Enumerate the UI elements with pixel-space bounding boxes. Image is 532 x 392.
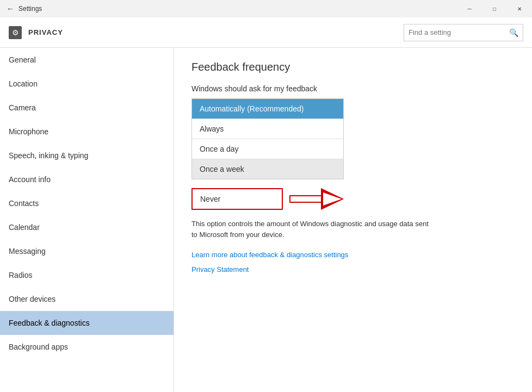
titlebar-title: Settings bbox=[18, 5, 42, 13]
titlebar-left: ← Settings bbox=[7, 4, 42, 13]
sidebar-item-feedback[interactable]: Feedback & diagnostics bbox=[0, 311, 174, 335]
app-header: ⚙ PRIVACY 🔍 bbox=[0, 17, 532, 48]
sidebar-item-backgroundapps[interactable]: Background apps bbox=[0, 335, 174, 359]
search-box[interactable]: 🔍 bbox=[404, 24, 523, 41]
search-icon: 🔍 bbox=[509, 28, 518, 37]
app-title: PRIVACY bbox=[28, 28, 397, 36]
frequency-dropdown: Automatically (Recommended) Always Once … bbox=[191, 98, 344, 179]
description-text: This option controls the amount of Windo… bbox=[191, 219, 431, 240]
sidebar-item-camera[interactable]: Camera bbox=[0, 96, 174, 120]
red-arrow-svg bbox=[289, 188, 344, 210]
maximize-button[interactable]: □ bbox=[482, 0, 507, 17]
close-button[interactable]: ✕ bbox=[507, 0, 532, 17]
never-row: Never bbox=[191, 188, 344, 210]
sidebar-item-speech[interactable]: Speech, inking & typing bbox=[0, 144, 174, 167]
main-content: Feedback frequency Windows should ask fo… bbox=[174, 48, 532, 392]
section-label: Windows should ask for my feedback bbox=[191, 84, 515, 93]
option-automatically[interactable]: Automatically (Recommended) bbox=[192, 99, 343, 119]
page-title: Feedback frequency bbox=[191, 61, 515, 73]
app-icon: ⚙ bbox=[9, 26, 22, 39]
sidebar: General Location Camera Microphone Speec… bbox=[0, 48, 174, 392]
never-row-container: Never bbox=[191, 188, 344, 210]
svg-rect-2 bbox=[290, 196, 321, 202]
titlebar-controls: ─ □ ✕ bbox=[457, 0, 532, 17]
learn-more-link[interactable]: Learn more about feedback & diagnostics … bbox=[191, 251, 515, 259]
back-icon[interactable]: ← bbox=[7, 4, 14, 13]
option-never[interactable]: Never bbox=[191, 188, 283, 210]
minimize-button[interactable]: ─ bbox=[457, 0, 482, 17]
privacy-statement-link[interactable]: Privacy Statement bbox=[191, 265, 515, 273]
sidebar-item-location[interactable]: Location bbox=[0, 72, 174, 96]
sidebar-item-otherdevices[interactable]: Other devices bbox=[0, 287, 174, 311]
sidebar-item-microphone[interactable]: Microphone bbox=[0, 120, 174, 144]
sidebar-item-accountinfo[interactable]: Account info bbox=[0, 167, 174, 191]
sidebar-item-contacts[interactable]: Contacts bbox=[0, 191, 174, 215]
search-input[interactable] bbox=[409, 28, 509, 36]
arrow-indicator bbox=[289, 188, 344, 210]
sidebar-item-messaging[interactable]: Messaging bbox=[0, 239, 174, 263]
sidebar-item-calendar[interactable]: Calendar bbox=[0, 215, 174, 239]
sidebar-item-radios[interactable]: Radios bbox=[0, 263, 174, 287]
content-wrapper: General Location Camera Microphone Speec… bbox=[0, 48, 532, 392]
titlebar: ← Settings ─ □ ✕ bbox=[0, 0, 532, 17]
sidebar-item-general[interactable]: General bbox=[0, 48, 174, 72]
option-always[interactable]: Always bbox=[192, 119, 343, 139]
option-once-a-day[interactable]: Once a day bbox=[192, 139, 343, 159]
option-once-a-week[interactable]: Once a week bbox=[192, 159, 343, 179]
